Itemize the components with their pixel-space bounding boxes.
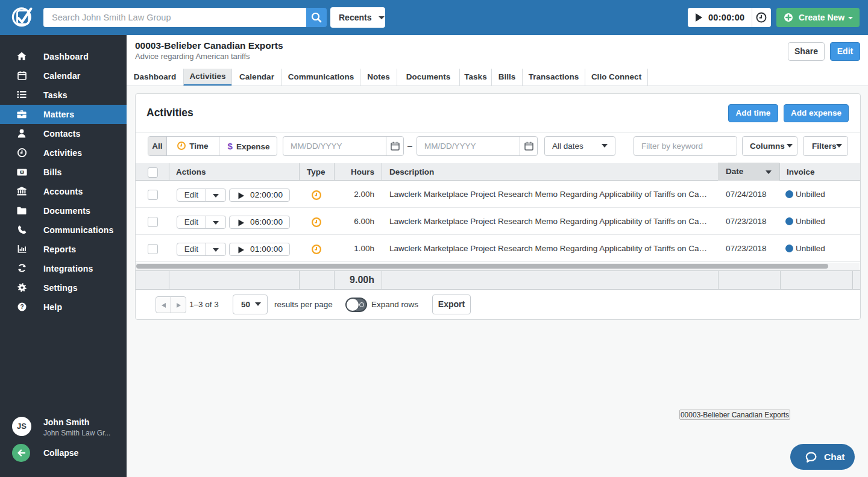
svg-text:0: 0: [20, 170, 23, 174]
svg-text:?: ?: [20, 304, 24, 310]
